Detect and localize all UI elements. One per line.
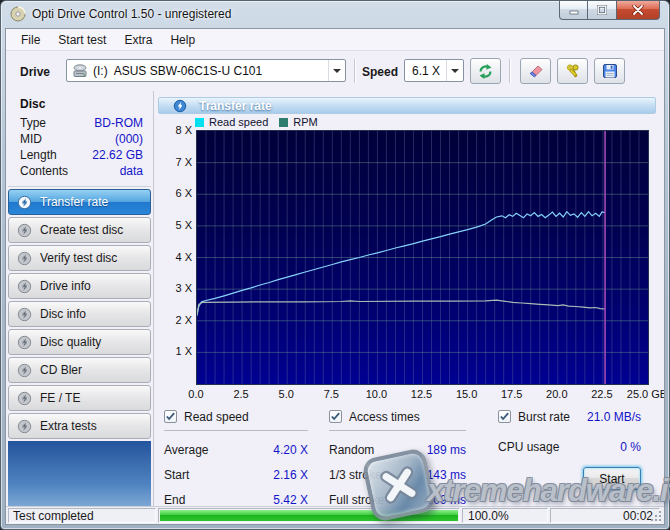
legend-read-speed-label: Read speed xyxy=(209,116,268,128)
x-tick-label: 0.0 xyxy=(188,388,203,400)
erase-disc-button[interactable] xyxy=(520,58,551,84)
minimize-icon xyxy=(569,5,579,15)
disc-icon xyxy=(17,251,32,266)
plot-area xyxy=(196,130,649,385)
disc-bolt-icon xyxy=(173,99,187,113)
x-tick-label: 10.0 xyxy=(366,388,387,400)
disc-icon xyxy=(17,223,32,238)
progress-bar-fill xyxy=(160,510,458,521)
x-axis-labels: 0.02.55.07.510.012.515.017.520.022.525.0… xyxy=(196,388,665,401)
sidebar-item-extra-tests[interactable]: Extra tests xyxy=(8,413,151,439)
disc-info-header: Disc xyxy=(20,97,45,111)
drive-select-value: (I:) ASUS SBW-06C1S-U C101 xyxy=(93,64,262,78)
sidebar-item-label: Drive info xyxy=(40,279,91,293)
app-icon xyxy=(10,6,26,22)
save-button[interactable] xyxy=(594,58,625,84)
sidebar-item-label: Disc quality xyxy=(40,335,101,349)
resize-grip[interactable] xyxy=(650,510,663,523)
refresh-speeds-button[interactable] xyxy=(470,58,501,84)
disc-icon xyxy=(17,307,32,322)
sidebar-item-drive-info[interactable]: Drive info xyxy=(8,273,151,299)
sidebar-item-label: Extra tests xyxy=(40,419,97,433)
sidebar-item-disc-quality[interactable]: Disc quality xyxy=(8,329,151,355)
drive-dropdown-arrow xyxy=(328,60,345,81)
disc-mid-row: MID (000) xyxy=(20,131,143,147)
toolbar-separator xyxy=(509,59,510,83)
sidebar-item-fe-te[interactable]: FE / TE xyxy=(8,385,151,411)
read-speed-checkbox[interactable] xyxy=(164,410,177,423)
disc-contents-row: Contents data xyxy=(20,163,143,179)
x-tick-label: 25.0 GB xyxy=(627,388,665,400)
divider xyxy=(329,430,466,431)
y-tick-label: 2 X xyxy=(160,314,192,326)
y-axis-labels: 1 X2 X3 X4 X5 X6 X7 X8 X xyxy=(160,130,192,385)
burst-rate-checkbox[interactable] xyxy=(498,410,511,423)
y-tick-label: 4 X xyxy=(160,251,192,263)
statusbar: Test completed 100.0% 00:02 xyxy=(6,506,664,524)
app-window: Opti Drive Control 1.50 - unregistered F… xyxy=(0,0,670,530)
eraser-icon xyxy=(528,63,544,79)
sidebar-item-create-test-disc[interactable]: Create test disc xyxy=(8,217,151,243)
menu-start-test[interactable]: Start test xyxy=(49,30,115,50)
check-icon xyxy=(165,411,176,422)
keys-icon xyxy=(565,63,581,79)
drive-select[interactable]: (I:) ASUS SBW-06C1S-U C101 xyxy=(66,59,346,82)
burst-rate-label: Burst rate xyxy=(518,410,570,424)
x-tick-label: 20.0 xyxy=(546,388,567,400)
disc-icon xyxy=(17,391,32,406)
sidebar-item-disc-info[interactable]: Disc info xyxy=(8,301,151,327)
sidebar-item-label: CD Bler xyxy=(40,363,82,377)
progress-bar xyxy=(158,508,460,523)
y-tick-label: 5 X xyxy=(160,219,192,231)
refresh-icon xyxy=(477,63,494,80)
check-icon xyxy=(330,411,341,422)
x-tick-label: 2.5 xyxy=(233,388,248,400)
sidebar-item-label: Transfer rate xyxy=(40,195,108,209)
panel-title: Transfer rate xyxy=(199,99,272,113)
disc-icon xyxy=(17,363,32,378)
start-button[interactable]: Start xyxy=(583,467,641,490)
access-times-checkbox[interactable] xyxy=(329,410,342,423)
sidebar-item-cd-bler[interactable]: CD Bler xyxy=(8,357,151,383)
menu-help[interactable]: Help xyxy=(161,30,204,50)
menu-file[interactable]: File xyxy=(12,30,49,50)
titlebar: Opti Drive Control 1.50 - unregistered xyxy=(1,1,669,28)
divider xyxy=(164,430,308,431)
burst-rate-value: 21.0 MB/s xyxy=(587,410,641,424)
maximize-button[interactable] xyxy=(588,1,617,20)
sidebar: Disc Type BD-ROM MID (000) Length 22.62 … xyxy=(6,91,154,506)
read-speed-swatch xyxy=(195,118,204,127)
chevron-down-icon xyxy=(333,69,341,73)
y-tick-label: 7 X xyxy=(160,156,192,168)
x-tick-label: 5.0 xyxy=(279,388,294,400)
menu-extra[interactable]: Extra xyxy=(115,30,161,50)
sidebar-nav: Transfer rate Create test disc Verify te… xyxy=(8,186,151,441)
minimize-button[interactable] xyxy=(559,1,588,20)
stat-row-start: Start 2.16 X xyxy=(164,462,308,487)
access-times-results: Access times Random 189 ms 1/3 stroke 14… xyxy=(329,408,466,512)
caption-buttons xyxy=(559,1,660,20)
y-tick-label: 3 X xyxy=(160,282,192,294)
client-area: File Start test Extra Help Drive (I:) AS… xyxy=(5,28,665,525)
burst-rate-results: Burst rate 21.0 MB/s CPU usage 0 % xyxy=(498,408,641,459)
registration-button[interactable] xyxy=(557,58,588,84)
chevron-down-icon xyxy=(451,69,459,73)
rpm-swatch xyxy=(279,118,288,127)
disc-icon xyxy=(17,419,32,434)
maximize-icon xyxy=(597,5,607,15)
save-icon xyxy=(602,63,618,79)
sidebar-item-verify-test-disc[interactable]: Verify test disc xyxy=(8,245,151,271)
read-speed-results: Read speed Average 4.20 X Start 2.16 X E… xyxy=(164,408,308,512)
stat-row-average: Average 4.20 X xyxy=(164,437,308,462)
disc-bolt-icon xyxy=(17,195,32,210)
sidebar-item-label: FE / TE xyxy=(40,391,80,405)
speed-select[interactable]: 6.1 X xyxy=(404,59,464,82)
x-tick-label: 17.5 xyxy=(501,388,522,400)
read-speed-label: Read speed xyxy=(184,410,249,424)
legend-rpm-label: RPM xyxy=(293,116,317,128)
progress-percent: 100.0% xyxy=(462,508,548,523)
sidebar-item-transfer-rate[interactable]: Transfer rate xyxy=(8,189,151,215)
disc-info-panel: Type BD-ROM MID (000) Length 22.62 GB Co… xyxy=(20,115,143,179)
close-button[interactable] xyxy=(617,1,660,20)
disc-length-row: Length 22.62 GB xyxy=(20,147,143,163)
